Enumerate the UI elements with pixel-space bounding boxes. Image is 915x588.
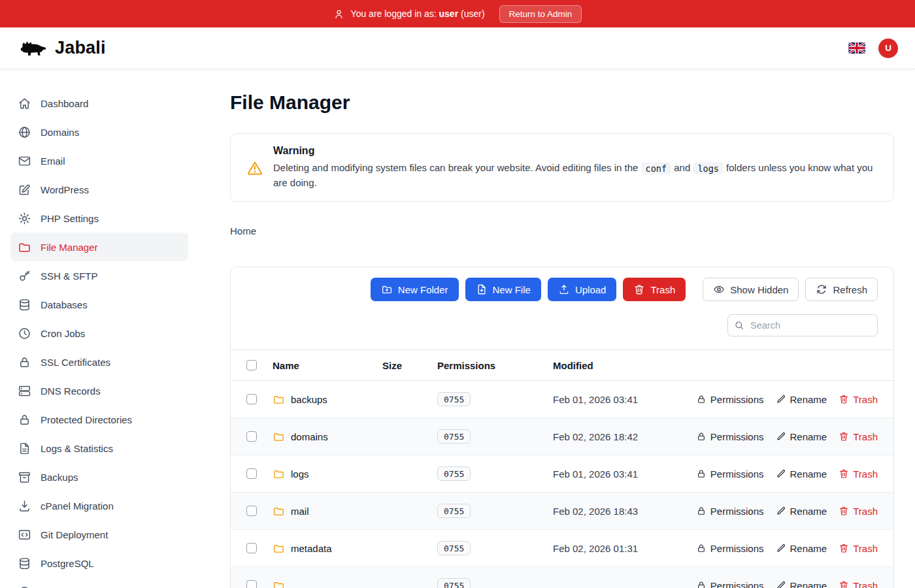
row-checkbox[interactable] [246,506,257,516]
sidebar-item-databases[interactable]: Databases [10,290,188,319]
lock-icon [696,580,707,588]
file-name-link[interactable]: domains [291,431,328,442]
search-input[interactable] [727,314,878,336]
table-row: domains 0755 Feb 02, 2026 18:42 Permissi… [231,418,893,455]
sidebar-item-cpanel-migration[interactable]: cPanel Migration [10,491,188,520]
brand[interactable]: Jabali [17,38,106,58]
sidebar-item-backups[interactable]: Backups [10,463,188,491]
pencil-square-icon [18,183,31,197]
file-name-link[interactable]: mail [291,506,309,517]
pencil-icon [776,580,786,588]
file-table-body: backups 0755 Feb 01, 2026 03:41 Permissi… [231,381,893,588]
sidebar-item-label: Email [41,155,65,167]
row-checkbox[interactable] [246,580,257,588]
new-folder-button[interactable]: New Folder [371,278,459,301]
row-trash-button[interactable]: Trash [839,431,878,442]
folder-icon [18,240,31,254]
trash-action-label: Trash [853,468,878,480]
app-header: Jabali U [0,27,915,69]
sidebar-item-dashboard[interactable]: Dashboard [10,89,188,118]
permissions-badge: 0755 [437,541,471,555]
row-permissions-button[interactable]: Permissions [696,580,764,588]
trash-action-label: Trash [853,543,878,554]
lock-icon [18,413,31,427]
folder-icon [273,468,285,480]
sidebar-item-label: Domains [41,127,79,138]
sidebar-item-domains[interactable]: Domains [10,118,188,146]
row-checkbox[interactable] [246,394,257,404]
row-permissions-button[interactable]: Permissions [696,506,764,517]
sidebar-item-logs-statistics[interactable]: Logs & Statistics [10,434,188,463]
lock-icon [18,355,31,369]
row-checkbox[interactable] [246,543,257,553]
sidebar-item-email[interactable]: Email [10,146,188,175]
file-name-link[interactable]: metadata [291,543,332,554]
return-to-admin-button[interactable]: Return to Admin [499,5,582,23]
new-file-label: New File [493,284,531,295]
uk-flag-icon[interactable] [848,42,865,54]
row-trash-button[interactable]: Trash [839,580,878,588]
row-rename-button[interactable]: Rename [776,394,827,405]
new-file-button[interactable]: New File [465,278,541,301]
sidebar-item-protected-directories[interactable]: Protected Directories [10,405,188,434]
trash-icon [839,506,849,516]
row-permissions-button[interactable]: Permissions [696,543,764,554]
upload-button[interactable]: Upload [548,278,617,301]
row-rename-button[interactable]: Rename [776,580,827,588]
sidebar-item-ssh-sftp[interactable]: SSH & SFTP [10,261,188,290]
row-rename-button[interactable]: Rename [776,543,827,554]
file-name-link[interactable]: logs [291,468,309,480]
trash-label: Trash [650,284,675,295]
rename-action-label: Rename [790,431,827,442]
rename-action-label: Rename [790,543,827,554]
show-hidden-label: Show Hidden [730,284,788,295]
app-body: Dashboard Domains Email WordPress PHP Se… [0,69,915,588]
trash-icon [839,580,849,588]
row-rename-button[interactable]: Rename [776,506,827,517]
sidebar-item-wordpress[interactable]: WordPress [10,175,188,204]
row-trash-button[interactable]: Trash [839,394,878,405]
lock-icon [696,431,707,442]
file-name-link[interactable]: backups [291,394,327,405]
sidebar-item-label: File Manager [41,242,98,253]
sidebar-item-php-settings[interactable]: PHP Settings [10,204,188,233]
row-rename-button[interactable]: Rename [776,468,827,480]
show-hidden-button[interactable]: Show Hidden [703,278,799,301]
impersonation-banner: You are logged in as: user (user) Return… [0,0,915,27]
permissions-badge: 0755 [437,429,471,444]
row-trash-button[interactable]: Trash [839,468,878,480]
trash-icon [839,468,849,479]
database-icon [18,298,31,312]
clock-icon [18,327,31,340]
row-permissions-button[interactable]: Permissions [696,394,764,405]
row-rename-button[interactable]: Rename [776,431,827,442]
permissions-badge: 0755 [437,392,471,406]
sidebar-item-dns-records[interactable]: DNS Records [10,376,188,405]
sidebar-item-more[interactable] [10,578,188,588]
rename-action-label: Rename [790,394,827,405]
trash-icon [839,394,849,404]
row-trash-button[interactable]: Trash [839,506,878,517]
warning-text-between: and [674,162,690,173]
row-trash-button[interactable]: Trash [839,543,878,554]
trash-toolbar-button[interactable]: Trash [623,278,686,301]
user-avatar[interactable]: U [878,39,898,58]
toolbar: New Folder New File Upload Trash Show Hi… [231,267,893,308]
breadcrumb-home-link[interactable]: Home [230,225,256,237]
row-permissions-button[interactable]: Permissions [696,468,764,480]
sidebar-item-git-deployment[interactable]: Git Deployment [10,520,188,549]
row-checkbox[interactable] [246,468,257,479]
row-checkbox[interactable] [246,431,257,442]
sidebar-item-cron-jobs[interactable]: Cron Jobs [10,319,188,348]
trash-icon [839,543,849,553]
sidebar-item-file-manager[interactable]: File Manager [10,233,188,261]
lock-icon [696,468,707,479]
select-all-checkbox[interactable] [246,360,257,370]
archive-icon [18,470,31,484]
row-permissions-button[interactable]: Permissions [696,431,764,442]
lock-icon [696,543,707,553]
refresh-button[interactable]: Refresh [805,278,878,301]
sidebar-item-ssl-certificates[interactable]: SSL Certificates [10,348,188,376]
sidebar-item-postgresql[interactable]: PostgreSQL [10,549,188,578]
key-icon [18,269,31,283]
